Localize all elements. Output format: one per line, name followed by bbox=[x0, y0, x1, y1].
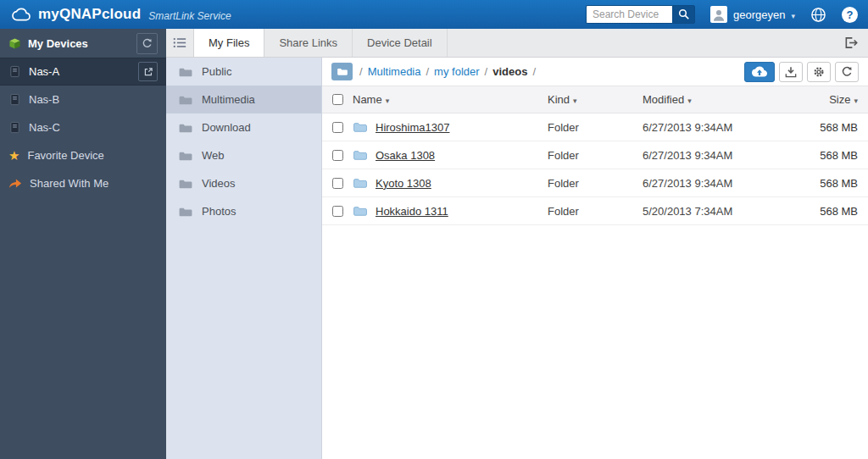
folder-icon bbox=[178, 94, 193, 106]
toolbar bbox=[744, 62, 859, 82]
open-device-button[interactable] bbox=[138, 62, 158, 81]
file-kind: Folder bbox=[548, 121, 643, 134]
search-input[interactable] bbox=[586, 5, 672, 24]
file-name-link[interactable]: Osaka 1308 bbox=[376, 149, 435, 162]
table-row[interactable]: Osaka 1308 Folder 6/27/2013 9:34AM 568 M… bbox=[322, 141, 868, 169]
sidebar-header: My Devices bbox=[0, 29, 166, 58]
sidebar-link-label: Shared With Me bbox=[30, 177, 108, 190]
refresh-button[interactable] bbox=[835, 62, 859, 82]
tab[interactable]: Device Detail bbox=[353, 29, 448, 57]
file-size: 568 MB bbox=[795, 205, 858, 218]
file-size: 568 MB bbox=[795, 149, 858, 162]
device-item[interactable]: Nas-B bbox=[0, 86, 166, 113]
toggle-folder-list-button[interactable] bbox=[166, 29, 194, 57]
refresh-icon bbox=[142, 38, 153, 49]
sidebar-link-label: Favorite Device bbox=[27, 149, 103, 162]
row-checkbox[interactable] bbox=[332, 178, 343, 189]
column-label: Size bbox=[829, 93, 850, 106]
row-checkbox[interactable] bbox=[332, 150, 343, 161]
breadcrumb-separator: / bbox=[485, 65, 488, 78]
download-icon bbox=[785, 66, 797, 78]
chevron-down-icon bbox=[791, 8, 795, 21]
root-folder-button[interactable] bbox=[331, 63, 353, 80]
cloud-upload-icon bbox=[751, 65, 768, 78]
file-name-link[interactable]: Kyoto 1308 bbox=[376, 177, 431, 190]
tab[interactable]: My Files bbox=[194, 29, 264, 57]
avatar bbox=[710, 6, 727, 23]
folder-icon bbox=[353, 205, 368, 217]
sidebar-title: My Devices bbox=[28, 37, 88, 50]
app-title: myQNAPcloud bbox=[38, 6, 141, 23]
logout-icon bbox=[843, 36, 858, 49]
user-menu[interactable]: georgeyen bbox=[710, 6, 795, 23]
folder-list-item[interactable]: Download bbox=[166, 113, 321, 141]
folder-icon bbox=[178, 178, 193, 190]
column-header-name[interactable]: Name bbox=[353, 93, 548, 106]
folder-list-item[interactable]: Videos bbox=[166, 169, 321, 197]
sidebar-item-favorite-device[interactable]: Favorite Device bbox=[0, 141, 166, 169]
folder-list-item[interactable]: Public bbox=[166, 58, 321, 86]
row-checkbox[interactable] bbox=[332, 206, 343, 217]
star-icon bbox=[8, 149, 19, 163]
file-kind: Folder bbox=[548, 177, 643, 190]
column-header-kind[interactable]: Kind bbox=[548, 93, 643, 106]
settings-button[interactable] bbox=[807, 62, 831, 82]
refresh-icon bbox=[841, 66, 853, 78]
nas-device-icon bbox=[8, 65, 21, 78]
upload-button[interactable] bbox=[744, 62, 775, 82]
folder-name: Multimedia bbox=[202, 93, 255, 106]
nas-device-icon bbox=[8, 93, 21, 106]
folder-name: Download bbox=[202, 121, 251, 134]
file-name-link[interactable]: Hiroshima1307 bbox=[376, 121, 449, 134]
logout-button[interactable] bbox=[832, 29, 868, 57]
select-all-checkbox[interactable] bbox=[332, 94, 343, 105]
refresh-devices-button[interactable] bbox=[136, 33, 158, 54]
folder-list-item[interactable]: Photos bbox=[166, 197, 321, 225]
file-list: Hiroshima1307 Folder 6/27/2013 9:34AM 56… bbox=[322, 113, 868, 225]
table-row[interactable]: Kyoto 1308 Folder 6/27/2013 9:34AM 568 M… bbox=[322, 169, 868, 197]
tab-label: Share Links bbox=[279, 36, 337, 49]
breadcrumb-link[interactable]: Multimedia bbox=[368, 65, 421, 78]
file-modified: 6/27/2013 9:34AM bbox=[643, 177, 795, 190]
username: georgeyen bbox=[733, 8, 785, 21]
folder-list-item[interactable]: Web bbox=[166, 141, 321, 169]
nas-device-icon bbox=[8, 121, 21, 134]
column-label: Modified bbox=[643, 93, 684, 106]
device-name: Nas-C bbox=[29, 121, 60, 134]
help-icon[interactable] bbox=[842, 7, 858, 23]
file-modified: 6/27/2013 9:34AM bbox=[643, 149, 795, 162]
search-icon bbox=[678, 8, 690, 20]
row-checkbox[interactable] bbox=[332, 122, 343, 133]
table-row[interactable]: Hiroshima1307 Folder 6/27/2013 9:34AM 56… bbox=[322, 113, 868, 141]
breadcrumb-link[interactable]: my folder bbox=[434, 65, 479, 78]
tab-label: Device Detail bbox=[367, 36, 432, 49]
external-link-icon bbox=[143, 67, 153, 77]
tab-label: My Files bbox=[209, 36, 249, 49]
sort-caret-icon bbox=[570, 93, 577, 106]
device-name: Nas-A bbox=[29, 65, 59, 78]
folder-icon bbox=[178, 150, 193, 162]
devices-sidebar: My Devices Nas-A Nas-B bbox=[0, 29, 166, 459]
column-label: Kind bbox=[548, 93, 570, 106]
app-tagline: SmartLink Service bbox=[148, 10, 231, 22]
download-button[interactable] bbox=[779, 62, 803, 82]
file-modified: 5/20/2013 7:34AM bbox=[643, 205, 795, 218]
breadcrumb-separator: / bbox=[359, 65, 363, 78]
file-kind: Folder bbox=[548, 205, 643, 218]
device-item[interactable]: Nas-A bbox=[0, 58, 166, 86]
file-browser: / Multimedia / my folder / videos / bbox=[322, 58, 868, 459]
sidebar-item-shared-with-me[interactable]: Shared With Me bbox=[0, 169, 166, 197]
table-row[interactable]: Hokkaido 1311 Folder 5/20/2013 7:34AM 56… bbox=[322, 197, 868, 225]
file-name-link[interactable]: Hokkaido 1311 bbox=[376, 205, 448, 218]
file-kind: Folder bbox=[548, 149, 643, 162]
file-size: 568 MB bbox=[795, 177, 858, 190]
tab-bar: My Files Share Links Device Detail bbox=[166, 29, 868, 58]
language-globe-icon[interactable] bbox=[810, 7, 826, 23]
column-header-modified[interactable]: Modified bbox=[643, 93, 795, 106]
device-item[interactable]: Nas-C bbox=[0, 113, 166, 141]
search-button[interactable] bbox=[672, 5, 695, 24]
column-header-size[interactable]: Size bbox=[795, 93, 858, 106]
folder-list-item[interactable]: Multimedia bbox=[166, 86, 321, 113]
top-bar: myQNAPcloud SmartLink Service georgeyen bbox=[0, 0, 868, 29]
tab[interactable]: Share Links bbox=[264, 29, 353, 57]
